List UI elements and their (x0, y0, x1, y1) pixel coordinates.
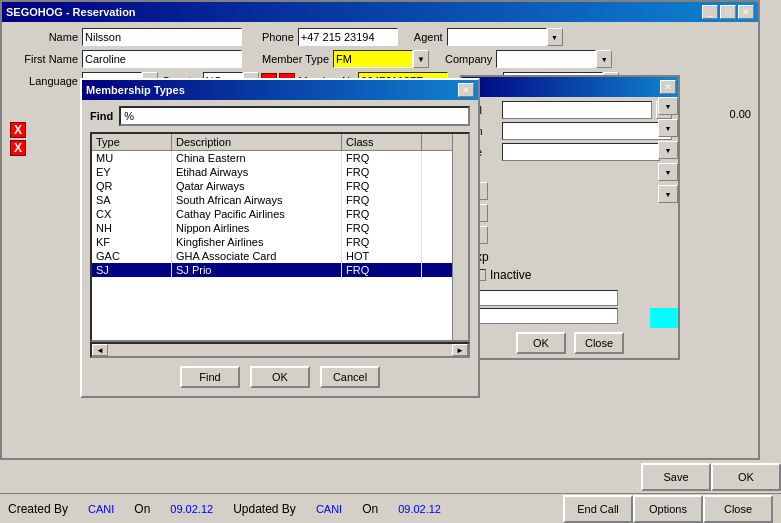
cell-description: Kingfisher Airlines (172, 235, 342, 249)
ok-button[interactable]: OK (250, 366, 310, 388)
error-x-button-1[interactable]: X (10, 122, 26, 138)
spin-rows: ▼ ▼ ▼ (468, 182, 672, 246)
agent-input[interactable] (447, 28, 547, 46)
table-row[interactable]: QRQatar AirwaysFRQ (92, 179, 468, 193)
right-spin-2[interactable]: ▼ (658, 119, 678, 137)
agent-label: Agent (414, 31, 443, 43)
name-input[interactable] (82, 28, 242, 46)
error-x-button-2[interactable]: X (10, 140, 26, 156)
cell-type: MU (92, 151, 172, 165)
close-main-button[interactable]: Close (703, 495, 773, 523)
cell-class: FRQ (342, 263, 422, 277)
cell-description: Qatar Airways (172, 179, 342, 193)
cell-class: FRQ (342, 165, 422, 179)
created-by-label: Created By (8, 502, 68, 516)
cell-type: KF (92, 235, 172, 249)
cell-class: FRQ (342, 235, 422, 249)
table-row[interactable]: NHNippon AirlinesFRQ (92, 221, 468, 235)
inactive-row: Inactive (468, 264, 672, 286)
secondary-close-x-button[interactable]: ✕ (660, 80, 676, 94)
find-label: Find (90, 110, 113, 122)
col-type: Type (92, 134, 172, 150)
membertype-dropdown[interactable]: ▼ (413, 50, 429, 68)
title-bar-buttons: _ □ ✕ (702, 5, 754, 19)
cell-class: FRQ (342, 151, 422, 165)
inactive-label: Inactive (490, 268, 531, 282)
close-button[interactable]: ✕ (738, 5, 754, 19)
cell-description: Nippon Airlines (172, 221, 342, 235)
scrollbar-placeholder (422, 134, 440, 150)
secondary-dialog-buttons: OK Close (462, 328, 678, 358)
updated-by-link[interactable]: CANI (316, 503, 342, 515)
extra-inputs (468, 290, 672, 324)
phone-label: Phone (262, 31, 294, 43)
action-buttons: End Call Options Close (563, 495, 773, 523)
find-row: Find (82, 100, 478, 132)
extra-input-2[interactable] (468, 308, 618, 324)
phone-input[interactable] (298, 28, 398, 46)
company-input[interactable] (496, 50, 596, 68)
right-spin-4[interactable]: ▼ (658, 163, 678, 181)
vertical-scrollbar[interactable] (452, 134, 468, 340)
right-spin-5[interactable]: ▼ (658, 185, 678, 203)
cell-type: CX (92, 207, 172, 221)
minimize-button[interactable]: _ (702, 5, 718, 19)
table-row[interactable]: SJSJ PrioFRQ (92, 263, 468, 277)
membership-title-bar: Membership Types ✕ (82, 80, 478, 100)
col-class: Class (342, 134, 422, 150)
secondary-close-button[interactable]: Close (574, 332, 624, 354)
secondary-title-bar: ✕ (462, 77, 678, 97)
save-ok-buttons: Save OK (641, 463, 781, 491)
table-row[interactable]: CXCathay Pacific AirlinesFRQ (92, 207, 468, 221)
cell-description: South African Airways (172, 193, 342, 207)
membertype-label: Member Type (262, 53, 329, 65)
scroll-left-button[interactable]: ◄ (92, 344, 108, 356)
left-error-column: X X (10, 122, 26, 156)
secondary-ok-button[interactable]: OK (516, 332, 566, 354)
membership-close-button[interactable]: ✕ (458, 83, 474, 97)
cell-class: FRQ (342, 221, 422, 235)
end-call-button[interactable]: End Call (563, 495, 633, 523)
on-label-2: On (362, 502, 378, 516)
cancel-button[interactable]: Cancel (320, 366, 380, 388)
membership-dialog-buttons: Find OK Cancel (82, 358, 478, 396)
firstname-input[interactable] (82, 50, 242, 68)
language-label: Language (8, 75, 78, 87)
company-spin-button[interactable]: ▼ (596, 50, 612, 68)
find-button[interactable]: Find (180, 366, 240, 388)
level-input[interactable] (502, 101, 652, 119)
scroll-right-button[interactable]: ► (452, 344, 468, 356)
percent-row: % (468, 164, 672, 178)
table-row[interactable]: GACGHA Associate CardHOT (92, 249, 468, 263)
cell-description: GHA Associate Card (172, 249, 342, 263)
save-button[interactable]: Save (641, 463, 711, 491)
cell-description: China Eastern (172, 151, 342, 165)
options-button[interactable]: Options (633, 495, 703, 523)
name-label: Name (8, 31, 78, 43)
cell-description: Etihad Airways (172, 165, 342, 179)
ion-input[interactable] (502, 122, 672, 140)
maximize-button[interactable]: □ (720, 5, 736, 19)
created-by-link[interactable]: CANI (88, 503, 114, 515)
ok-main-button[interactable]: OK (711, 463, 781, 491)
main-title-bar: SEGOHOG - Reservation _ □ ✕ (2, 2, 758, 22)
cell-type: GAC (92, 249, 172, 263)
horizontal-scrollbar[interactable]: ◄ ► (90, 342, 470, 358)
find-input[interactable] (119, 106, 470, 126)
ice-input[interactable] (502, 143, 660, 161)
updated-by-label: Updated By (233, 502, 296, 516)
company-label: Company (445, 53, 492, 65)
table-row[interactable]: SASouth African AirwaysFRQ (92, 193, 468, 207)
table-row[interactable]: MUChina EasternFRQ (92, 151, 468, 165)
right-spin-3[interactable]: ▼ (658, 141, 678, 159)
cell-type: SA (92, 193, 172, 207)
cell-class: FRQ (342, 207, 422, 221)
table-row[interactable]: EYEtihad AirwaysFRQ (92, 165, 468, 179)
extra-input-1[interactable] (468, 290, 618, 306)
status-bar: Created By CANI On 09.02.12 Updated By C… (0, 493, 781, 523)
table-row[interactable]: KFKingfisher AirlinesFRQ (92, 235, 468, 249)
table-body: MUChina EasternFRQEYEtihad AirwaysFRQQRQ… (92, 151, 468, 336)
right-spin-1[interactable]: ▼ (658, 97, 678, 115)
agent-spin-button[interactable]: ▼ (547, 28, 563, 46)
membertype-input[interactable] (333, 50, 413, 68)
